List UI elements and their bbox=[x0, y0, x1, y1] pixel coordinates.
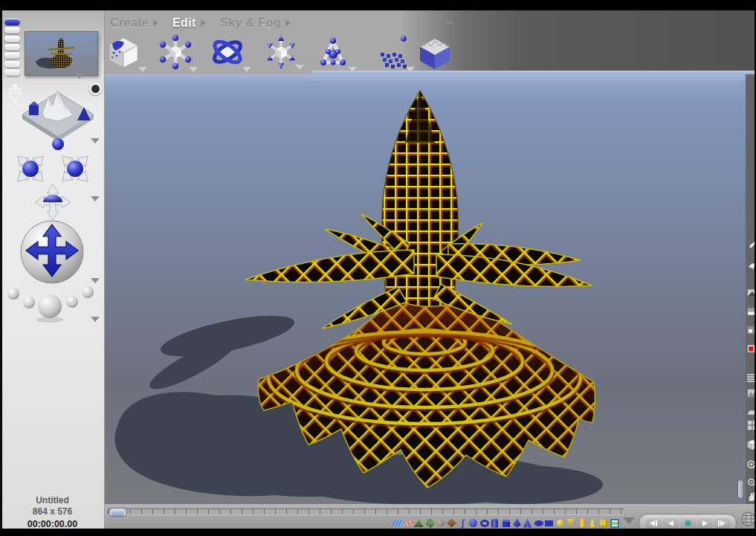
spot-light-icon[interactable] bbox=[566, 518, 575, 528]
left-control-palette: Untitled 864 x 576 00:00:00.00 bbox=[0, 10, 105, 529]
camera-preset-spheres[interactable] bbox=[7, 281, 97, 326]
multi-replicate-tool-icon[interactable] bbox=[375, 33, 413, 71]
bottom-black-bar bbox=[0, 529, 756, 536]
preset-pill[interactable] bbox=[4, 52, 20, 59]
nano-dropdown-icon[interactable] bbox=[75, 74, 84, 79]
document-resolution: 864 x 576 bbox=[0, 506, 105, 517]
ground-plane-icon[interactable] bbox=[404, 518, 413, 528]
step-back-button[interactable] bbox=[663, 517, 679, 529]
menu-arrow-icon bbox=[153, 19, 158, 27]
menu-edit-label: Edit bbox=[172, 16, 196, 30]
reposition-tool-icon[interactable] bbox=[262, 33, 300, 71]
menu-create-label: Create bbox=[110, 16, 149, 30]
preset-pill[interactable] bbox=[4, 27, 20, 33]
round-parallel-light-icon[interactable] bbox=[577, 518, 587, 528]
disc-icon[interactable] bbox=[534, 518, 543, 528]
tool-dropdown-icon[interactable] bbox=[295, 65, 304, 70]
preset-pill[interactable] bbox=[4, 69, 20, 76]
view-arrow-controls[interactable] bbox=[6, 149, 99, 223]
tree-icon[interactable] bbox=[425, 518, 435, 528]
vertical-scroll-thumb[interactable] bbox=[737, 480, 744, 499]
terrain-icon[interactable] bbox=[414, 518, 424, 528]
record-button[interactable] bbox=[680, 517, 696, 529]
tool-dropdown-icon[interactable] bbox=[189, 67, 198, 72]
document-status: Untitled 864 x 576 00:00:00.00 bbox=[0, 495, 105, 530]
cube-icon[interactable] bbox=[501, 518, 511, 528]
left-black-edge bbox=[0, 10, 2, 529]
menu-sky-fog-label: Sky & Fog bbox=[220, 16, 281, 30]
bryce-app-window: Create Edit Sky & Fog ↔ bbox=[0, 0, 756, 536]
menu-create[interactable]: Create bbox=[110, 16, 158, 30]
top-toolbar: Create Edit Sky & Fog ↔ bbox=[0, 10, 756, 74]
tool-dropdown-icon[interactable] bbox=[138, 67, 147, 72]
section-dropdown-icon[interactable] bbox=[91, 196, 100, 201]
square-spot-light-icon[interactable] bbox=[598, 518, 608, 528]
section-dropdown-icon[interactable] bbox=[91, 138, 100, 143]
palette-dropdown-icon[interactable] bbox=[623, 517, 635, 524]
menu-edit[interactable]: Edit bbox=[172, 16, 206, 30]
texture-cube-tool-icon[interactable] bbox=[105, 33, 142, 71]
square-icon[interactable] bbox=[544, 518, 554, 528]
sky-lab-icon[interactable] bbox=[610, 518, 619, 528]
tool-dropdown-icon[interactable] bbox=[242, 67, 251, 72]
resize-tool-icon[interactable] bbox=[157, 33, 194, 71]
scene-preview-control[interactable] bbox=[20, 82, 96, 152]
cone-light-icon[interactable] bbox=[587, 518, 597, 528]
radial-light-icon[interactable] bbox=[555, 518, 565, 528]
terrain-editor-tool-icon[interactable] bbox=[416, 33, 453, 71]
sphere-icon[interactable] bbox=[468, 518, 478, 528]
torus-icon[interactable] bbox=[479, 518, 489, 528]
pyramid-icon[interactable] bbox=[512, 518, 522, 528]
timeline-thumb[interactable] bbox=[109, 508, 127, 517]
top-black-bar bbox=[0, 0, 756, 10]
preset-pill[interactable] bbox=[4, 36, 20, 42]
menu-sky-fog[interactable]: Sky & Fog bbox=[220, 16, 291, 30]
menu-arrow-icon bbox=[285, 19, 291, 27]
preset-pill-selected[interactable] bbox=[4, 19, 20, 25]
globe-icon[interactable] bbox=[740, 510, 756, 528]
go-to-end-button[interactable] bbox=[714, 517, 730, 529]
nano-preview[interactable] bbox=[25, 31, 98, 76]
render-viewport[interactable] bbox=[105, 74, 746, 504]
rock-icon[interactable] bbox=[436, 518, 445, 528]
alignment-tool-icon[interactable] bbox=[314, 33, 352, 71]
pane-resize-icon[interactable]: ↔ bbox=[445, 15, 455, 27]
menu-arrow-icon bbox=[201, 19, 206, 27]
water-plane-icon[interactable] bbox=[392, 518, 402, 528]
preset-pill[interactable] bbox=[4, 61, 20, 68]
cylinder-icon[interactable] bbox=[490, 518, 500, 528]
cone-icon[interactable] bbox=[523, 518, 532, 528]
go-to-start-button[interactable] bbox=[646, 517, 662, 529]
bottom-strip: ∫ bbox=[105, 504, 756, 529]
document-title: Untitled bbox=[0, 495, 105, 506]
section-dropdown-icon[interactable] bbox=[91, 317, 100, 322]
rotate-tool-icon[interactable] bbox=[209, 33, 246, 71]
animation-timeline[interactable] bbox=[108, 508, 628, 515]
timeline-track[interactable] bbox=[108, 508, 624, 515]
preset-pill[interactable] bbox=[4, 44, 20, 51]
play-button[interactable] bbox=[697, 517, 713, 529]
camera-trackball[interactable] bbox=[19, 219, 85, 285]
symmetrical-lattice-icon[interactable] bbox=[447, 518, 456, 528]
stream-icon[interactable]: ∫ bbox=[458, 518, 468, 528]
